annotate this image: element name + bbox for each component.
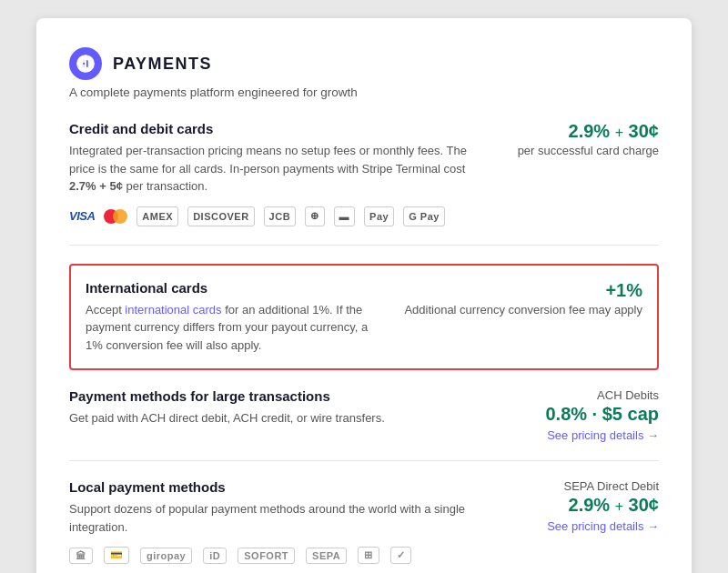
header-subtitle: A complete payments platform engineered … [69,85,659,99]
credit-debit-desc: Integrated per-transaction pricing means… [69,142,490,196]
section-right-large: ACH Debits 0.8% · $5 cap See pricing det… [531,388,659,442]
gpay-logo: G Pay [403,206,445,226]
apple-pay-logo: Pay [364,206,394,226]
payments-card: PAYMENTS A complete payments platform en… [36,18,692,573]
local-price: 2.9% + 30¢ [531,495,659,516]
large-transactions-title: Payment methods for large transactions [69,388,504,404]
large-transactions-desc: Get paid with ACH direct debit, ACH cred… [69,409,504,427]
local-payments-section: Local payment methods Support dozens of … [69,479,659,573]
large-price-label: ACH Debits [531,388,659,402]
mastercard-logo [104,206,127,226]
payments-logo-icon [69,47,102,80]
jcb-logo: JCB [264,206,297,226]
ref-logo: ⊞ [358,547,379,564]
section-left-credit: Credit and debit cards Integrated per-tr… [69,121,518,226]
local-payments-desc: Support dozens of popular payment method… [69,500,504,536]
visa-logo: VISA [69,206,95,226]
sofort-logo: SOFORT [238,548,295,564]
page-header: PAYMENTS [69,47,659,80]
large-transactions-section: Payment methods for large transactions G… [69,388,659,461]
international-price-sub: Additional currency conversion fee may a… [404,303,642,317]
credit-price-sub: per successful card charge [518,144,659,157]
check-logo: ✓ [390,547,412,564]
sepa-logo: SEPA [306,548,347,564]
giropay-logo: giropay [140,548,192,564]
section-left-local: Local payment methods Support dozens of … [69,479,531,564]
section-right-international: +1% Additional currency conversion fee m… [404,280,642,317]
section-right-local: SEPA Direct Debit 2.9% + 30¢ See pricing… [531,479,659,533]
diners-logo: ⊕ [305,206,325,226]
generic-card-logo: ▬ [334,206,356,226]
credit-debit-title: Credit and debit cards [69,121,490,136]
international-cards-link[interactable]: international cards [125,303,221,317]
large-price: 0.8% · $5 cap [531,404,659,425]
bank-logo: 🏛 [69,548,93,564]
international-desc: Accept international cards for an additi… [86,301,377,355]
international-price: +1% [404,280,642,301]
card-logos-row: VISA AMEX DISCOVER JCB ⊕ ▬ Pay G Pay [69,206,490,226]
local-see-pricing-link[interactable]: See pricing details → [531,519,659,533]
id-logo: iD [203,548,227,564]
section-left-international: International cards Accept international… [86,280,404,355]
section-right-credit: 2.9% + 30¢ per successful card charge [518,121,659,157]
international-section: International cards Accept international… [69,264,659,371]
local-payments-title: Local payment methods [69,479,504,495]
international-title: International cards [86,280,377,296]
large-see-pricing-link[interactable]: See pricing details → [531,428,659,442]
payment-logos-row: 🏛 💳 giropay iD SOFORT SEPA ⊞ ✓ [69,547,504,564]
wallet-logo: 💳 [104,547,130,564]
credit-price: 2.9% + 30¢ [518,121,659,142]
local-price-label: SEPA Direct Debit [531,479,659,493]
discover-logo: DISCOVER [187,206,254,226]
page-title: PAYMENTS [113,55,212,74]
amex-logo: AMEX [136,206,178,226]
credit-debit-section: Credit and debit cards Integrated per-tr… [69,121,659,246]
section-left-large: Payment methods for large transactions G… [69,388,531,427]
